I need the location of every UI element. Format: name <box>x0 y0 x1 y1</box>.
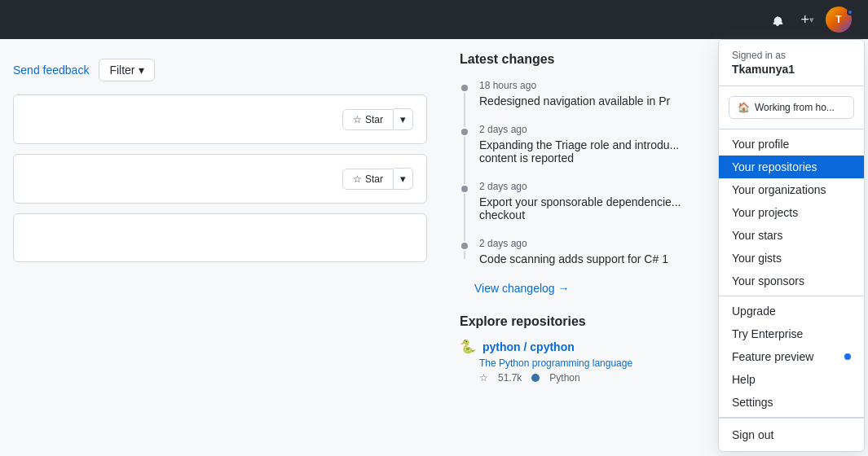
dropdown-section-working: 🏠 Working from ho... <box>719 86 864 129</box>
dropdown-username: Tkamunya1 <box>732 63 851 76</box>
dropdown-section-1: Your profile Your repositories Your orga… <box>719 129 864 296</box>
changelog-content-3: 2 days ago Code scanning adds support fo… <box>479 238 668 265</box>
changelog-text-2: Export your sponsorable dependencie...ch… <box>479 195 681 221</box>
dropdown-item-projects[interactable]: Your projects <box>719 201 864 224</box>
language-label: Python <box>549 372 579 384</box>
changelog-content-2: 2 days ago Export your sponsorable depen… <box>479 181 681 221</box>
send-feedback-link[interactable]: Send feedback <box>13 64 89 77</box>
dropdown-item-settings[interactable]: Settings <box>719 391 864 414</box>
dropdown-item-stars[interactable]: Your stars <box>719 224 864 247</box>
dropdown-section-2: Upgrade Try Enterprise Feature preview H… <box>719 296 864 418</box>
repo-name-link[interactable]: python / cpython <box>482 340 575 353</box>
user-dropdown: Signed in as Tkamunya1 🏠 Working from ho… <box>718 39 865 452</box>
dropdown-item-repositories[interactable]: Your repositories <box>719 156 864 178</box>
sign-out-section: Sign out <box>719 418 864 451</box>
star-button-2[interactable]: ☆ Star <box>342 169 394 190</box>
changelog-text-3: Code scanning adds support for C# 1 <box>479 252 668 265</box>
changelog-time-0: 18 hours ago <box>479 80 670 91</box>
changelog-dot-1 <box>460 127 469 137</box>
star-caret-button-2[interactable]: ▾ <box>394 168 413 190</box>
working-from-button[interactable]: 🏠 Working from ho... <box>729 96 854 119</box>
star-button-1[interactable]: ☆ Star <box>342 109 394 130</box>
dropdown-item-gists[interactable]: Your gists <box>719 247 864 270</box>
notification-dot <box>847 9 853 15</box>
changelog-dot-0 <box>460 83 469 93</box>
dropdown-item-feature-preview[interactable]: Feature preview <box>719 345 864 368</box>
changelog-dot-2 <box>460 184 469 194</box>
star-label-2: Star <box>365 173 383 185</box>
working-icon: 🏠 <box>738 102 750 113</box>
repo-card-1: ☆ Star ▾ <box>13 94 427 144</box>
left-panel: Send feedback Filter ▾ ☆ Star ▾ <box>0 39 440 456</box>
language-dot <box>531 374 540 382</box>
repo-card-3 <box>13 213 427 262</box>
notifications-button[interactable] <box>764 8 791 31</box>
changelog-dot-3 <box>460 241 469 251</box>
repo-card-2: ☆ Star ▾ <box>13 154 427 204</box>
star-count: 51.7k <box>498 372 522 384</box>
plus-icon: + <box>800 11 809 28</box>
dropdown-item-organizations[interactable]: Your organizations <box>719 178 864 201</box>
star-icon-1: ☆ <box>353 114 362 125</box>
create-button[interactable]: + ▾ <box>794 7 821 33</box>
star-caret-button-1[interactable]: ▾ <box>394 108 413 130</box>
sign-out-button[interactable]: Sign out <box>719 422 864 448</box>
user-menu-button[interactable]: T <box>824 5 855 34</box>
signed-in-as-label: Signed in as <box>732 50 851 61</box>
star-label-1: Star <box>365 114 383 125</box>
dropdown-item-sponsors[interactable]: Your sponsors <box>719 270 864 292</box>
changelog-time-3: 2 days ago <box>479 238 668 249</box>
changelog-content-0: 18 hours ago Redesigned navigation avail… <box>479 80 670 107</box>
dropdown-item-upgrade[interactable]: Upgrade <box>719 300 864 322</box>
star-icon-2: ☆ <box>353 173 362 185</box>
changelog-time-1: 2 days ago <box>479 124 679 135</box>
changelog-text-1: Expanding the Triage role and introdu...… <box>479 138 679 164</box>
python-icon: 🐍 <box>460 339 476 354</box>
star-count-icon: ☆ <box>479 372 488 384</box>
changelog-content-1: 2 days ago Expanding the Triage role and… <box>479 124 679 164</box>
toolbar: Send feedback Filter ▾ <box>13 52 427 94</box>
filter-chevron-icon: ▾ <box>139 64 144 77</box>
dropdown-item-try-enterprise[interactable]: Try Enterprise <box>719 322 864 345</box>
filter-button[interactable]: Filter ▾ <box>99 59 154 81</box>
changelog-text-0: Redesigned navigation available in Pr <box>479 94 670 107</box>
changelog-time-2: 2 days ago <box>479 181 681 192</box>
dropdown-item-profile[interactable]: Your profile <box>719 133 864 156</box>
dropdown-item-help[interactable]: Help <box>719 368 864 391</box>
working-from-label: Working from ho... <box>755 102 835 113</box>
dropdown-header: Signed in as Tkamunya1 <box>719 40 864 86</box>
feature-preview-dot <box>844 353 851 360</box>
star-button-group-2: ☆ Star ▾ <box>342 168 413 190</box>
filter-label: Filter <box>109 64 134 77</box>
plus-chevron-icon: ▾ <box>809 15 814 25</box>
star-button-group-1: ☆ Star ▾ <box>342 108 413 130</box>
top-nav: + ▾ T <box>0 0 868 39</box>
star-caret-icon-1: ▾ <box>400 113 406 125</box>
star-caret-icon-2: ▾ <box>400 173 406 185</box>
